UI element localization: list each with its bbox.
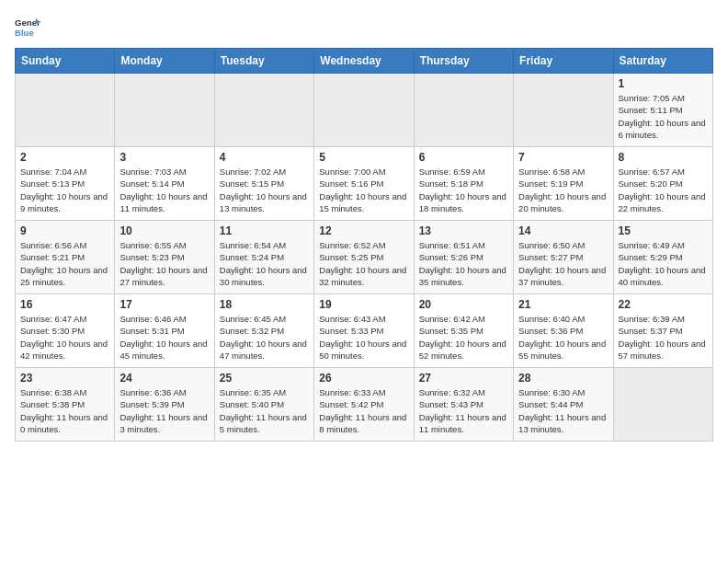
day-info: Sunrise: 7:03 AM Sunset: 5:14 PM Dayligh… [119,166,209,214]
calendar-cell [613,368,712,442]
day-number: 23 [20,372,109,385]
day-number: 9 [20,224,109,237]
day-info: Sunrise: 6:47 AM Sunset: 5:30 PM Dayligh… [20,313,109,362]
day-number: 2 [20,151,109,164]
calendar-cell: 12Sunrise: 6:52 AM Sunset: 5:25 PM Dayli… [314,221,414,294]
day-info: Sunrise: 6:32 AM Sunset: 5:43 PM Dayligh… [419,386,508,435]
day-header-wednesday: Wednesday [314,49,414,74]
calendar-cell: 1Sunrise: 7:05 AM Sunset: 5:11 PM Daylig… [613,74,712,147]
day-info: Sunrise: 6:49 AM Sunset: 5:29 PM Dayligh… [619,239,708,288]
calendar-cell [214,74,313,147]
day-number: 22 [619,298,708,311]
calendar-cell: 17Sunrise: 6:46 AM Sunset: 5:31 PM Dayli… [115,294,214,368]
day-number: 12 [319,224,408,237]
calendar-cell: 8Sunrise: 6:57 AM Sunset: 5:20 PM Daylig… [613,147,712,221]
day-info: Sunrise: 6:35 AM Sunset: 5:40 PM Dayligh… [220,386,309,435]
logo: General Blue [15,15,44,40]
day-info: Sunrise: 6:45 AM Sunset: 5:32 PM Dayligh… [220,313,309,362]
day-number: 19 [319,298,408,311]
day-header-monday: Monday [115,49,214,74]
day-number: 24 [119,372,209,385]
calendar-cell: 23Sunrise: 6:38 AM Sunset: 5:38 PM Dayli… [16,368,115,442]
day-number: 8 [619,151,708,164]
day-info: Sunrise: 6:46 AM Sunset: 5:31 PM Dayligh… [119,313,209,362]
day-number: 15 [619,224,708,237]
day-info: Sunrise: 6:50 AM Sunset: 5:27 PM Dayligh… [518,239,608,288]
day-number: 5 [319,151,408,164]
calendar-cell: 15Sunrise: 6:49 AM Sunset: 5:29 PM Dayli… [613,221,712,294]
calendar-cell [414,74,513,147]
calendar-cell [16,74,115,147]
calendar-cell: 28Sunrise: 6:30 AM Sunset: 5:44 PM Dayli… [514,368,613,442]
day-info: Sunrise: 6:59 AM Sunset: 5:18 PM Dayligh… [419,166,508,214]
day-number: 17 [119,298,209,311]
day-header-thursday: Thursday [414,49,513,74]
calendar-cell: 27Sunrise: 6:32 AM Sunset: 5:43 PM Dayli… [414,368,513,442]
calendar-cell: 18Sunrise: 6:45 AM Sunset: 5:32 PM Dayli… [214,294,313,368]
calendar-cell: 3Sunrise: 7:03 AM Sunset: 5:14 PM Daylig… [115,147,214,221]
calendar-cell: 16Sunrise: 6:47 AM Sunset: 5:30 PM Dayli… [16,294,115,368]
day-number: 25 [220,372,309,385]
day-number: 18 [220,298,309,311]
calendar-cell: 5Sunrise: 7:00 AM Sunset: 5:16 PM Daylig… [314,147,414,221]
day-info: Sunrise: 6:58 AM Sunset: 5:19 PM Dayligh… [518,166,608,214]
day-number: 21 [518,298,608,311]
day-info: Sunrise: 6:57 AM Sunset: 5:20 PM Dayligh… [619,166,708,214]
day-info: Sunrise: 7:00 AM Sunset: 5:16 PM Dayligh… [319,166,408,214]
calendar-cell [514,74,613,147]
svg-text:Blue: Blue [15,28,34,38]
calendar-cell: 22Sunrise: 6:39 AM Sunset: 5:37 PM Dayli… [613,294,712,368]
day-info: Sunrise: 6:56 AM Sunset: 5:21 PM Dayligh… [20,239,109,288]
calendar-cell: 21Sunrise: 6:40 AM Sunset: 5:36 PM Dayli… [514,294,613,368]
day-info: Sunrise: 7:04 AM Sunset: 5:13 PM Dayligh… [20,166,109,214]
day-info: Sunrise: 6:55 AM Sunset: 5:23 PM Dayligh… [119,239,209,288]
day-header-sunday: Sunday [16,49,115,74]
calendar-cell [115,74,214,147]
calendar-cell: 26Sunrise: 6:33 AM Sunset: 5:42 PM Dayli… [314,368,414,442]
day-info: Sunrise: 6:38 AM Sunset: 5:38 PM Dayligh… [20,386,109,435]
calendar-cell: 11Sunrise: 6:54 AM Sunset: 5:24 PM Dayli… [214,221,313,294]
calendar-cell: 24Sunrise: 6:36 AM Sunset: 5:39 PM Dayli… [115,368,214,442]
calendar-cell: 4Sunrise: 7:02 AM Sunset: 5:15 PM Daylig… [214,147,313,221]
day-number: 6 [419,151,508,164]
calendar-cell [314,74,414,147]
calendar-cell: 25Sunrise: 6:35 AM Sunset: 5:40 PM Dayli… [214,368,313,442]
day-info: Sunrise: 6:33 AM Sunset: 5:42 PM Dayligh… [319,386,408,435]
calendar-cell: 2Sunrise: 7:04 AM Sunset: 5:13 PM Daylig… [16,147,115,221]
day-info: Sunrise: 6:39 AM Sunset: 5:37 PM Dayligh… [619,313,708,362]
day-number: 10 [119,224,209,237]
day-header-tuesday: Tuesday [214,49,313,74]
day-info: Sunrise: 6:30 AM Sunset: 5:44 PM Dayligh… [518,386,608,435]
day-number: 14 [518,224,608,237]
day-header-saturday: Saturday [613,49,712,74]
day-info: Sunrise: 6:36 AM Sunset: 5:39 PM Dayligh… [119,386,209,435]
day-number: 3 [119,151,209,164]
day-number: 27 [419,372,508,385]
day-number: 13 [419,224,508,237]
day-info: Sunrise: 6:52 AM Sunset: 5:25 PM Dayligh… [319,239,408,288]
calendar-cell: 20Sunrise: 6:42 AM Sunset: 5:35 PM Dayli… [414,294,513,368]
day-info: Sunrise: 6:54 AM Sunset: 5:24 PM Dayligh… [220,239,309,288]
calendar-cell: 6Sunrise: 6:59 AM Sunset: 5:18 PM Daylig… [414,147,513,221]
logo-icon: General Blue [15,15,40,40]
day-number: 16 [20,298,109,311]
day-number: 1 [619,77,708,90]
day-info: Sunrise: 7:02 AM Sunset: 5:15 PM Dayligh… [220,166,309,214]
day-number: 4 [220,151,309,164]
day-number: 11 [220,224,309,237]
day-number: 20 [419,298,508,311]
page-header: General Blue [15,15,713,40]
calendar-cell: 10Sunrise: 6:55 AM Sunset: 5:23 PM Dayli… [115,221,214,294]
day-info: Sunrise: 6:42 AM Sunset: 5:35 PM Dayligh… [419,313,508,362]
calendar-cell: 9Sunrise: 6:56 AM Sunset: 5:21 PM Daylig… [16,221,115,294]
day-info: Sunrise: 7:05 AM Sunset: 5:11 PM Dayligh… [619,92,708,141]
calendar-cell: 13Sunrise: 6:51 AM Sunset: 5:26 PM Dayli… [414,221,513,294]
day-number: 26 [319,372,408,385]
calendar-table: SundayMondayTuesdayWednesdayThursdayFrid… [15,48,713,442]
day-number: 7 [518,151,608,164]
day-info: Sunrise: 6:40 AM Sunset: 5:36 PM Dayligh… [518,313,608,362]
day-info: Sunrise: 6:43 AM Sunset: 5:33 PM Dayligh… [319,313,408,362]
day-header-friday: Friday [514,49,613,74]
calendar-cell: 14Sunrise: 6:50 AM Sunset: 5:27 PM Dayli… [514,221,613,294]
calendar-cell: 19Sunrise: 6:43 AM Sunset: 5:33 PM Dayli… [314,294,414,368]
